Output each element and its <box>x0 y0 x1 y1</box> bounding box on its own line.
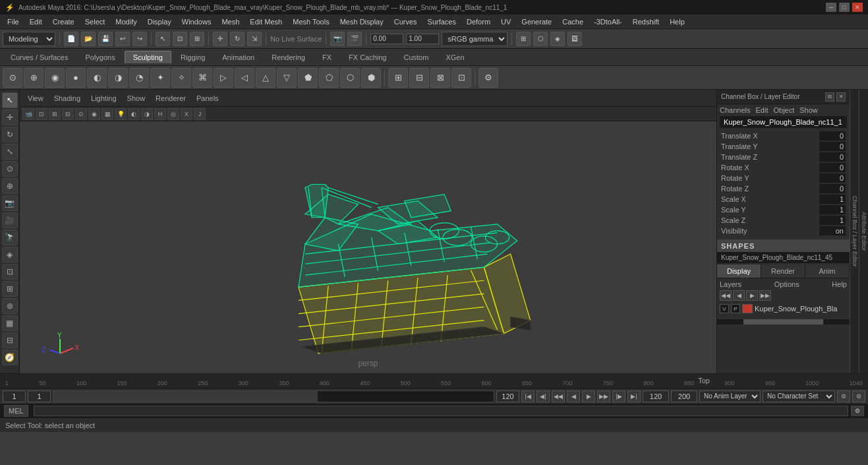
go-end-btn[interactable]: ▶| <box>627 390 641 402</box>
sculpt-tool-16[interactable]: ⬠ <box>319 68 339 88</box>
sculpt-tool-12[interactable]: ◁ <box>235 68 254 88</box>
vp-xray-joint[interactable]: J <box>194 108 206 120</box>
vp-isolate[interactable]: ◎ <box>167 108 179 120</box>
ch-menu-object[interactable]: Object <box>773 106 794 114</box>
region-btn[interactable]: ⊟ <box>2 332 18 348</box>
select-tool[interactable]: ↖ <box>2 92 18 108</box>
layers-fwd-btn[interactable]: ▶ <box>746 290 758 301</box>
layers-menu-layers[interactable]: Layers <box>720 280 741 288</box>
display-tab-display[interactable]: Display <box>717 264 761 278</box>
rotate-y-field[interactable] <box>819 173 846 183</box>
current-frame-input[interactable] <box>28 390 51 402</box>
vp-ao[interactable]: ◑ <box>141 108 153 120</box>
scale-y-field[interactable] <box>819 205 846 214</box>
menu-help[interactable]: Help <box>665 16 689 27</box>
menu-curves[interactable]: Curves <box>390 16 422 27</box>
char-set-btn[interactable]: ⚙ <box>837 390 850 402</box>
gamma-dropdown[interactable]: sRGB gamma <box>442 32 507 46</box>
frame-range-slider[interactable] <box>53 390 494 402</box>
menu-select[interactable]: Select <box>80 16 110 27</box>
next-key-btn[interactable]: ▶▶ <box>597 390 610 402</box>
play-fwd-btn[interactable]: ▶ <box>582 390 595 402</box>
ch-menu-channels[interactable]: Channels <box>720 106 750 114</box>
layers-back-btn[interactable]: ◀ <box>733 290 745 301</box>
sculpt-tool-1[interactable]: ⊙ <box>3 68 22 88</box>
grid-btn[interactable]: ⊞ <box>516 32 531 46</box>
layer-playback-check[interactable]: P <box>731 304 740 313</box>
layers-scrollbar[interactable] <box>717 319 850 325</box>
ch-menu-show[interactable]: Show <box>799 106 818 114</box>
wireframe-btn[interactable]: ⬡ <box>533 32 548 46</box>
vp-menu-shading[interactable]: Shading <box>51 93 83 104</box>
tab-polygons[interactable]: Polygons <box>77 51 123 63</box>
sculpt-tool-21[interactable]: ⊠ <box>430 68 450 88</box>
menu-file[interactable]: File <box>3 16 24 27</box>
soft-sel[interactable]: ⊡ <box>2 264 18 280</box>
cam-dolly[interactable]: 🔭 <box>2 230 18 245</box>
menu-3dtool[interactable]: -3DtoAll- <box>589 16 627 27</box>
pivot-btn[interactable]: ⊛ <box>2 298 18 314</box>
axis-btn[interactable]: 🧭 <box>2 350 18 365</box>
cmd-settings-btn[interactable]: ⚙ <box>851 406 864 416</box>
close-button[interactable]: ✕ <box>852 3 863 12</box>
save-file-btn[interactable]: 💾 <box>98 32 113 46</box>
sculpt-settings-btn[interactable]: ⚙ <box>478 68 498 88</box>
vp-wireframe[interactable]: ⊙ <box>75 108 87 120</box>
scale-z-field[interactable] <box>819 216 846 225</box>
tab-fx[interactable]: FX <box>314 51 339 63</box>
sculpt-tool-14[interactable]: ▽ <box>277 68 297 88</box>
vp-fit-all[interactable]: ⊡ <box>36 108 47 120</box>
layer-btn[interactable]: ▦ <box>2 315 18 331</box>
sculpt-tool-19[interactable]: ⊞ <box>388 68 408 88</box>
open-file-btn[interactable]: 📂 <box>81 32 96 46</box>
tab-xgen[interactable]: XGen <box>438 51 472 63</box>
menu-mesh-tools[interactable]: Mesh Tools <box>288 16 333 27</box>
redo-btn[interactable]: ↪ <box>132 32 147 46</box>
menu-deform[interactable]: Deform <box>462 16 495 27</box>
rotate-z-field[interactable] <box>819 184 846 193</box>
scale-input[interactable] <box>406 34 439 44</box>
rotate-tool[interactable]: ↻ <box>2 127 18 142</box>
sculpt-tool-7[interactable]: ◔ <box>129 68 149 88</box>
sculpt-tool-9[interactable]: ✧ <box>171 68 191 88</box>
sculpt-tool-3[interactable]: ◉ <box>45 68 65 88</box>
channel-box-vtab[interactable]: Channel Box / Layer Editor <box>850 90 859 373</box>
menu-surfaces[interactable]: Surfaces <box>423 16 461 27</box>
rotate-x-field[interactable] <box>819 163 846 172</box>
layer-color-swatch[interactable] <box>742 304 753 313</box>
step-fwd-btn[interactable]: |▶ <box>612 390 625 402</box>
vp-menu-renderer[interactable]: Renderer <box>153 93 188 104</box>
menu-generate[interactable]: Generate <box>517 16 556 27</box>
vp-shadow[interactable]: ◐ <box>128 108 140 120</box>
menu-edit[interactable]: Edit <box>25 16 47 27</box>
menu-edit-mesh[interactable]: Edit Mesh <box>245 16 287 27</box>
tab-custom[interactable]: Custom <box>396 51 437 63</box>
vp-menu-panels[interactable]: Panels <box>194 93 221 104</box>
minimize-button[interactable]: ─ <box>826 3 836 12</box>
sculpt-tool-6[interactable]: ◑ <box>108 68 128 88</box>
playback-end-input[interactable] <box>643 390 669 402</box>
visibility-field[interactable] <box>819 226 846 235</box>
rotate-btn[interactable]: ↻ <box>230 32 245 46</box>
translate-y-field[interactable] <box>819 142 846 151</box>
menu-cache[interactable]: Cache <box>558 16 588 27</box>
scale-x-field[interactable] <box>819 195 846 204</box>
menu-display[interactable]: Display <box>143 16 176 27</box>
camera-btn[interactable]: 📷 <box>330 32 345 46</box>
sculpt-tool-20[interactable]: ⊟ <box>409 68 429 88</box>
go-start-btn[interactable]: |◀ <box>521 390 535 402</box>
shaded-btn[interactable]: ◈ <box>550 32 565 46</box>
tab-rigging[interactable]: Rigging <box>173 51 213 63</box>
play-back-btn[interactable]: ◀ <box>567 390 580 402</box>
lasso-tool[interactable]: ⊙ <box>2 161 18 177</box>
char-set-dropdown[interactable]: No Character Set <box>763 390 835 402</box>
move-tool[interactable]: ✛ <box>2 109 18 125</box>
tab-rendering[interactable]: Rendering <box>264 51 313 63</box>
undo-btn[interactable]: ↩ <box>115 32 130 46</box>
menu-uv[interactable]: UV <box>496 16 515 27</box>
anim-set-btn[interactable]: ⚙ <box>852 390 865 402</box>
sculpt-tool-11[interactable]: ▷ <box>214 68 233 88</box>
timeline-ruler[interactable]: 1 50 100 150 200 250 300 350 400 450 500… <box>0 374 868 388</box>
menu-modify[interactable]: Modify <box>111 16 141 27</box>
step-back-btn[interactable]: ◀| <box>536 390 550 402</box>
